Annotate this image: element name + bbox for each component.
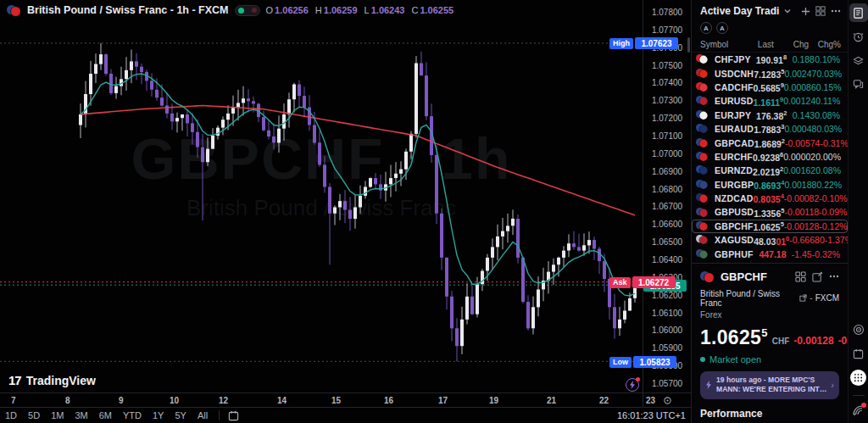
more-options-icon[interactable] — [831, 9, 841, 13]
watchlist-row-xagusd[interactable]: XAGUSD48.03010-0.66680-1.37% — [692, 233, 848, 247]
calendar-icon[interactable] — [849, 344, 868, 363]
alerts-clock-icon[interactable] — [849, 27, 868, 46]
external-link-icon[interactable] — [799, 294, 807, 302]
session-clock[interactable]: 16:01:23 UTC+1 — [617, 410, 686, 420]
range-5d[interactable]: 5D — [28, 410, 40, 420]
column-last[interactable]: Last — [728, 40, 773, 49]
chart-region[interactable]: GBPCHF · 1h British Pound / Swiss Franc … — [0, 0, 643, 392]
row-change: 0.143 — [787, 110, 815, 120]
watchlist-row-euraud[interactable]: EURAUD1.788330.000480.03% — [692, 122, 848, 136]
range-6m[interactable]: 6M — [99, 410, 112, 420]
watchlist-tab-icon[interactable] — [849, 3, 868, 22]
detail-full-name[interactable]: British Pound / Swiss Franc — [700, 289, 797, 308]
row-symbol[interactable]: USDCNH — [715, 69, 754, 79]
watchlist-row-gbpusd[interactable]: GBPUSD1.33565-0.00118-0.09% — [692, 205, 848, 219]
row-change: -1.45 — [787, 249, 812, 259]
watchlist-row-eurjpy[interactable]: EURJPY176.3820.1430.08% — [692, 109, 848, 122]
row-symbol[interactable]: EURUSD — [715, 96, 754, 106]
quick-action-bolt-icon[interactable] — [626, 378, 639, 392]
connection-status-icon[interactable] — [849, 401, 868, 420]
range-5y[interactable]: 5Y — [175, 410, 186, 420]
watchlist-row-usdcnh[interactable]: USDCNH7.128350.002470.03% — [692, 66, 848, 80]
detail-more-icon[interactable] — [829, 275, 839, 278]
watchlist-row-gbphuf[interactable]: GBPHUF447.18-1.45-0.32% — [692, 247, 848, 260]
watchlist-row-nzdcad[interactable]: NZDCAD0.80354-0.00082-0.10% — [692, 192, 848, 205]
detail-exchange: FXCM — [815, 293, 839, 303]
bottom-toolbar: 1D5D1M3M6MYTD1Y5YAll 16:01:23 UTC+1 — [0, 407, 691, 423]
watchlist-row-eurusd[interactable]: EURUSD1.161190.001240.11% — [692, 94, 848, 108]
range-all[interactable]: All — [198, 410, 208, 420]
row-change: -0.00128 — [784, 221, 819, 231]
chat-icon[interactable] — [849, 75, 868, 93]
range-1d[interactable]: 1D — [5, 410, 17, 420]
column-symbol[interactable]: Symbol — [700, 40, 728, 49]
row-symbol[interactable]: GBPCHF — [715, 221, 754, 231]
news-headline[interactable]: 19 hours ago - MORE MPC'S MANN: WE'RE EN… — [716, 376, 826, 395]
layers-icon[interactable] — [849, 51, 868, 70]
row-symbol[interactable]: EURGBP — [715, 180, 754, 190]
watchlist-row-eurchf[interactable]: EURCHF0.923860.000020.00% — [692, 150, 848, 164]
news-chevron-icon[interactable]: › — [831, 380, 834, 390]
price-axis[interactable]: 1.078001.077001.076001.075001.074001.073… — [643, 0, 691, 392]
news-banner[interactable]: 19 hours ago - MORE MPC'S MANN: WE'RE EN… — [700, 371, 839, 399]
watchlist-row-cadchf[interactable]: CADCHF0.568590.000860.15% — [692, 81, 848, 94]
detail-price-row: 1.06255 CHF -0.00128 -0.12% — [700, 326, 839, 349]
go-to-date-calendar-icon[interactable] — [228, 410, 239, 421]
row-symbol[interactable]: EURAUD — [715, 124, 754, 134]
chevron-down-icon[interactable] — [784, 8, 791, 14]
price-tick-1.07000: 1.07000 — [643, 149, 691, 159]
symbol-title[interactable]: British Pound / Swiss Franc - 1h - FXCM — [27, 4, 229, 16]
range-ytd[interactable]: YTD — [123, 410, 142, 420]
range-1y[interactable]: 1Y — [153, 410, 164, 420]
flag-pair-icon — [696, 233, 715, 247]
account-button-2[interactable]: A — [716, 22, 728, 34]
row-symbol[interactable]: XAGUSD — [715, 235, 754, 245]
column-chg[interactable]: Chg — [774, 40, 809, 49]
layout-grid-icon[interactable] — [795, 271, 806, 282]
row-symbol[interactable]: GBPCAD — [715, 138, 754, 148]
add-symbol-icon[interactable] — [801, 7, 810, 16]
watchlist-row-gbpchf[interactable]: GBPCHF1.06255-0.00128-0.12% — [692, 220, 848, 233]
candlestick-chart[interactable] — [0, 0, 643, 392]
grid-view-icon[interactable] — [815, 6, 826, 16]
account-button-1[interactable]: A — [700, 22, 712, 34]
tradingview-logo[interactable]: 17 TradingView — [8, 373, 96, 387]
watchlist-column-headers[interactable]: Symbol Last Chg Chg% — [692, 37, 848, 53]
row-change-percent: -0.10% — [819, 193, 847, 203]
range-3m[interactable]: 3M — [75, 410, 87, 420]
price-tick-1.07800: 1.07800 — [643, 8, 691, 17]
range-1m[interactable]: 1M — [51, 410, 64, 420]
watchlist-row-eurnzd[interactable]: EURNZD2.021920.001620.08% — [692, 164, 848, 177]
row-symbol[interactable]: CADCHF — [715, 82, 754, 92]
object-tree-icon[interactable] — [849, 320, 868, 339]
row-symbol[interactable]: NZDCAD — [715, 193, 754, 203]
row-symbol[interactable]: EURNZD — [715, 165, 753, 175]
right-icon-rail — [848, 0, 868, 423]
all-apps-icon[interactable] — [849, 368, 868, 387]
watchlist-row-chfjpy[interactable]: CHFJPY190.9180.1880.10% — [692, 53, 848, 66]
ohlc-o: O1.06256 — [266, 5, 309, 15]
detail-symbol[interactable]: GBPCHF — [721, 270, 767, 283]
row-symbol[interactable]: CHFJPY — [715, 54, 751, 64]
watchlist-row-gbpcad[interactable]: GBPCAD1.86892-0.00574-0.31% — [692, 136, 848, 149]
column-chg-pct[interactable]: Chg% — [809, 40, 841, 49]
row-change-percent: 0.22% — [816, 180, 842, 190]
watchlist-accounts: AA — [692, 20, 848, 37]
buy-sell-toggle[interactable] — [235, 5, 260, 16]
row-symbol[interactable]: EURCHF — [715, 152, 753, 162]
price-tick-1.06400: 1.06400 — [643, 255, 691, 264]
row-symbol[interactable]: EURJPY — [715, 110, 751, 120]
tradingview-app: GBPCHF · 1h British Pound / Swiss Franc … — [0, 0, 868, 423]
row-last: 1.06255 — [754, 220, 784, 232]
watchlist-row-eurgbp[interactable]: EURGBP0.869340.001880.22% — [692, 178, 848, 192]
watchlist-title[interactable]: Active Day Trading Book ... — [700, 5, 779, 17]
news-bolt-icon — [705, 381, 712, 389]
flag-pair-icon — [696, 192, 715, 205]
time-axis[interactable]: 78910121415161719212223 — [0, 392, 691, 407]
time-tick-23: 23 — [646, 396, 655, 405]
chart-legend[interactable]: British Pound / Swiss Franc - 1h - FXCM … — [7, 4, 453, 16]
edit-note-icon[interactable] — [812, 271, 823, 282]
row-symbol[interactable]: GBPUSD — [715, 207, 754, 217]
price-tick-1.07100: 1.07100 — [643, 131, 691, 141]
row-symbol[interactable]: GBPHUF — [715, 249, 754, 259]
